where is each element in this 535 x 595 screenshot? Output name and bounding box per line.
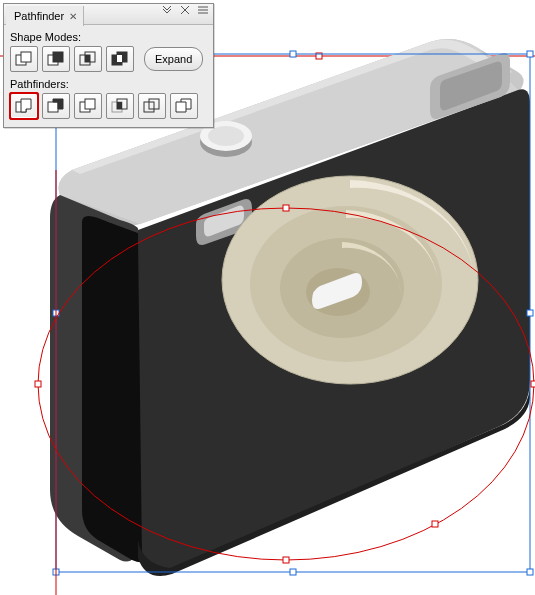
pathfinder-crop[interactable] (106, 93, 134, 119)
svg-rect-24 (432, 521, 438, 527)
svg-rect-12 (290, 51, 296, 57)
svg-rect-15 (527, 310, 533, 316)
panel-title: Pathfinder (14, 11, 64, 22)
svg-rect-37 (85, 55, 90, 62)
svg-rect-47 (117, 102, 122, 109)
panel-menu-icon[interactable] (197, 4, 209, 16)
shape-mode-intersect[interactable] (74, 46, 102, 72)
collapse-icon[interactable] (161, 4, 173, 16)
pathfinders-label: Pathfinders: (10, 78, 207, 90)
pathfinder-merge[interactable] (74, 93, 102, 119)
shape-mode-add[interactable] (10, 46, 38, 72)
svg-rect-32 (21, 52, 31, 62)
pathfinder-minus-back[interactable] (170, 93, 198, 119)
panel-tab-pathfinder[interactable]: Pathfinder ✕ (6, 6, 84, 26)
shape-modes-label: Shape Modes: (10, 31, 207, 43)
svg-rect-34 (53, 52, 63, 62)
svg-rect-44 (85, 99, 95, 109)
svg-rect-18 (527, 569, 533, 575)
pathfinder-panel: Pathfinder ✕ Shape Modes: (3, 3, 214, 128)
svg-rect-23 (531, 381, 535, 387)
svg-rect-17 (290, 569, 296, 575)
svg-rect-20 (283, 205, 289, 211)
svg-point-4 (208, 126, 244, 146)
shape-mode-exclude[interactable] (106, 46, 134, 72)
svg-rect-13 (527, 51, 533, 57)
pathfinder-divide[interactable] (10, 93, 38, 119)
pathfinder-outline[interactable] (138, 93, 166, 119)
svg-rect-42 (48, 102, 58, 112)
svg-rect-40 (117, 55, 122, 62)
expand-button[interactable]: Expand (144, 47, 203, 71)
panel-header: Pathfinder ✕ (4, 4, 213, 25)
svg-rect-21 (283, 557, 289, 563)
svg-rect-22 (35, 381, 41, 387)
shape-modes-row: Expand (10, 46, 207, 72)
shape-mode-subtract[interactable] (42, 46, 70, 72)
panel-close-icon[interactable] (179, 4, 191, 16)
close-icon[interactable]: ✕ (69, 11, 77, 22)
pathfinder-trim[interactable] (42, 93, 70, 119)
pathfinders-row (10, 93, 207, 119)
